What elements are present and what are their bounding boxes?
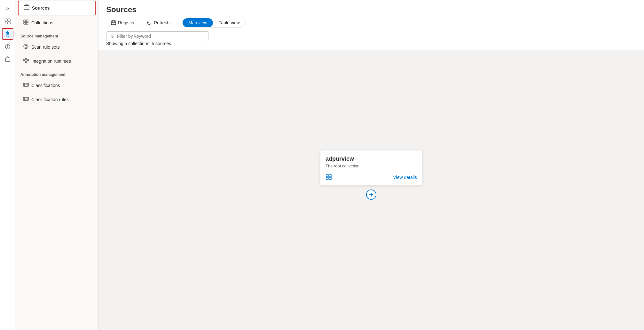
collections-icon (23, 19, 29, 26)
card-subtitle: The root collection. (326, 164, 417, 168)
sidebar-item-integration-runtimes-label: Integration runtimes (31, 59, 71, 64)
svg-point-8 (7, 47, 8, 48)
main-header: Sources Register Refresh (98, 0, 644, 41)
refresh-label: Refresh (154, 20, 169, 25)
view-details-link[interactable]: View details (393, 175, 417, 180)
refresh-button[interactable]: Refresh (142, 18, 174, 28)
sidebar-item-scan-rule-sets[interactable]: Scan rule sets (18, 40, 96, 54)
icon-rail: » (0, 0, 15, 330)
sidebar-item-classifications-label: Classifications (31, 83, 60, 88)
view-toggle: Map view Table view (182, 18, 246, 28)
filter-icon (110, 34, 114, 38)
svg-rect-14 (24, 22, 26, 24)
toolbar: Register Refresh Map view Table view (106, 18, 636, 28)
sidebar-item-collections[interactable]: Collections (18, 16, 96, 29)
svg-rect-25 (27, 59, 29, 60)
data-map-icon[interactable] (2, 28, 13, 40)
svg-rect-45 (329, 174, 331, 177)
collection-card: adpurview The root collection. View deta… (320, 150, 422, 185)
svg-rect-10 (24, 5, 29, 9)
classifications-icon (23, 82, 29, 89)
sidebar-item-classification-rules-label: Classification rules (31, 97, 69, 102)
svg-rect-13 (26, 20, 28, 22)
svg-rect-1 (8, 19, 10, 21)
svg-rect-2 (5, 22, 7, 24)
integration-runtimes-icon (23, 58, 29, 65)
sidebar: Sources Collections Source management (15, 0, 98, 330)
annotation-management-section: Annotation management (15, 68, 98, 78)
sidebar-item-scan-rule-sets-label: Scan rule sets (31, 44, 60, 50)
svg-rect-47 (329, 177, 331, 180)
register-button[interactable]: Register (106, 18, 139, 28)
add-child-button[interactable] (366, 189, 376, 200)
card-title: adpurview (326, 156, 417, 162)
sidebar-item-sources[interactable]: Sources (18, 1, 96, 15)
svg-rect-44 (326, 174, 328, 177)
mgmt-icon[interactable] (2, 54, 13, 65)
map-view-button[interactable]: Map view (183, 18, 213, 27)
svg-rect-9 (5, 58, 10, 61)
sidebar-item-sources-label: Sources (32, 5, 50, 11)
main-content: Sources Register Refresh (98, 0, 644, 330)
search-bar[interactable] (106, 31, 208, 41)
card-grid-icon (326, 174, 332, 181)
insights-icon[interactable] (2, 41, 13, 52)
svg-point-17 (25, 45, 27, 47)
refresh-icon (147, 20, 152, 25)
sidebar-item-collections-label: Collections (31, 20, 53, 25)
showing-text: Showing 5 collections, 5 sources (98, 41, 644, 50)
svg-point-16 (24, 44, 28, 49)
card-body: adpurview The root collection. (320, 150, 422, 171)
sources-icon (24, 4, 29, 12)
svg-rect-3 (8, 22, 10, 24)
classification-rules-icon (23, 96, 29, 103)
map-area: adpurview The root collection. View deta… (98, 50, 644, 330)
sidebar-item-classification-rules[interactable]: Classification rules (18, 93, 96, 106)
table-view-button[interactable]: Table view (213, 18, 245, 27)
scan-rule-sets-icon (23, 44, 29, 51)
source-management-section: Source management (15, 30, 98, 40)
card-footer: View details (320, 171, 422, 185)
svg-rect-0 (5, 19, 7, 21)
svg-rect-22 (23, 59, 25, 60)
catalog-icon[interactable] (2, 15, 13, 27)
page-title: Sources (106, 5, 636, 14)
svg-rect-24 (25, 61, 27, 63)
toolbar-divider (178, 18, 178, 27)
svg-rect-23 (25, 58, 27, 60)
sidebar-item-classifications[interactable]: Classifications (18, 79, 96, 92)
register-label: Register (118, 20, 135, 25)
expand-icon[interactable]: » (2, 3, 13, 14)
svg-rect-40 (111, 21, 116, 25)
svg-rect-12 (24, 20, 26, 22)
svg-rect-15 (26, 22, 28, 24)
search-input[interactable] (117, 34, 204, 39)
sidebar-item-integration-runtimes[interactable]: Integration runtimes (18, 54, 96, 68)
register-icon (111, 20, 116, 25)
svg-rect-46 (326, 177, 328, 180)
